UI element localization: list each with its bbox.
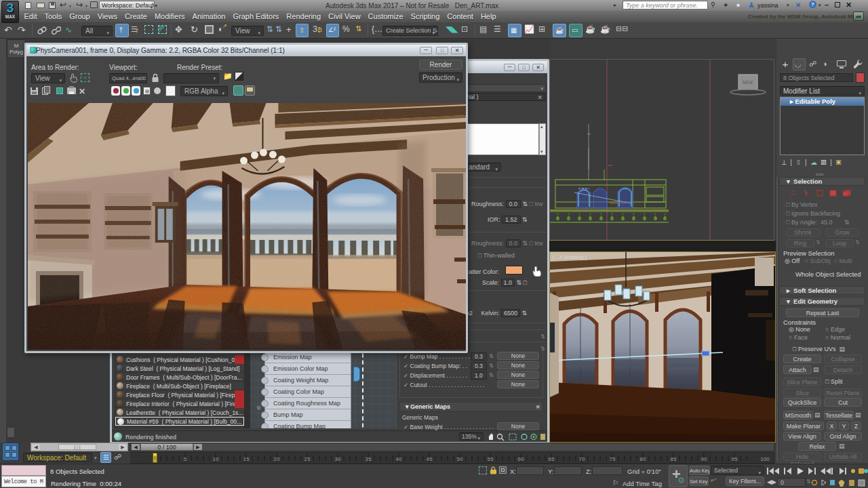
svg-text:50: 50 [457, 456, 463, 462]
svg-text:35: 35 [366, 456, 372, 462]
svg-text:10: 10 [213, 456, 219, 462]
svg-text:MDE: MDE [743, 80, 753, 85]
svg-text:30: 30 [335, 456, 341, 462]
svg-text:20: 20 [274, 456, 280, 462]
svg-text:75: 75 [610, 456, 616, 462]
svg-text:70: 70 [579, 456, 585, 462]
svg-text:40: 40 [396, 456, 402, 462]
svg-text:85: 85 [671, 456, 677, 462]
svg-text:45: 45 [427, 456, 433, 462]
svg-text:100: 100 [760, 456, 770, 462]
svg-text:15: 15 [243, 456, 250, 462]
svg-text:5: 5 [184, 456, 187, 462]
svg-text:25: 25 [304, 456, 311, 462]
svg-text:65: 65 [549, 456, 555, 462]
svg-text:80: 80 [640, 456, 646, 462]
svg-text:90: 90 [701, 456, 707, 462]
svg-text:[ ...t·Shading ]: [ ...t·Shading ] [553, 254, 587, 260]
svg-text:95: 95 [732, 456, 738, 462]
svg-text:55: 55 [488, 456, 494, 462]
svg-text:60: 60 [518, 456, 524, 462]
